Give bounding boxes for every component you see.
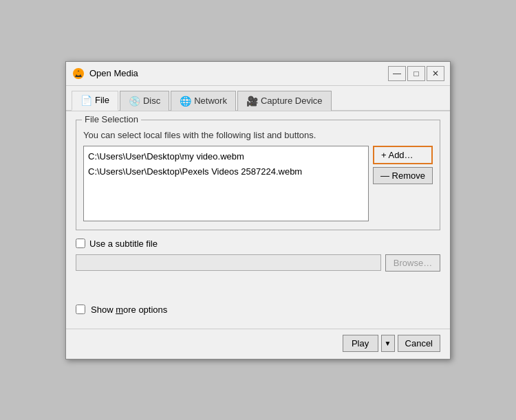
file-tab-icon: 📄	[80, 95, 92, 106]
window-controls: — □ ✕	[388, 66, 444, 81]
svg-point-2	[76, 71, 80, 76]
subtitle-input-row: Browse…	[76, 254, 440, 272]
tab-capture[interactable]: 🎥 Capture Device	[237, 91, 332, 111]
file-buttons: + Add… — Remove	[373, 146, 433, 184]
file-list[interactable]: C:\Users\User\Desktop\my video.webm C:\U…	[83, 146, 369, 221]
play-dropdown-button[interactable]: ▼	[381, 335, 395, 352]
tab-network-label: Network	[194, 96, 227, 106]
subtitle-label-text: Use a subtitle file	[89, 239, 158, 249]
browse-button[interactable]: Browse…	[385, 254, 440, 272]
cancel-button[interactable]: Cancel	[398, 335, 440, 352]
app-icon	[72, 67, 85, 80]
file-list-item[interactable]: C:\Users\User\Desktop\my video.webm	[87, 149, 365, 165]
title-bar: Open Media — □ ✕	[66, 62, 450, 86]
subtitle-checkbox[interactable]	[76, 239, 85, 248]
subtitle-row: Use a subtitle file	[76, 239, 440, 249]
spacer	[76, 272, 440, 299]
tab-bar: 📄 File 💿 Disc 🌐 Network 🎥 Capture Device	[66, 86, 450, 111]
file-area: C:\Users\User\Desktop\my video.webm C:\U…	[83, 146, 433, 221]
tab-disc[interactable]: 💿 Disc	[120, 91, 169, 111]
subtitle-checkbox-label[interactable]: Use a subtitle file	[76, 239, 158, 249]
tab-content: File Selection You can select local file…	[66, 111, 450, 329]
open-media-dialog: Open Media — □ ✕ 📄 File 💿 Disc 🌐 Network…	[65, 61, 451, 360]
window-title: Open Media	[89, 68, 388, 78]
tab-network[interactable]: 🌐 Network	[171, 91, 236, 111]
file-list-item[interactable]: C:\Users\User\Desktop\Pexels Videos 2587…	[87, 164, 365, 180]
show-more-text: Show	[91, 305, 116, 315]
tab-disc-label: Disc	[143, 96, 160, 106]
show-more-suffix: ore options	[123, 305, 167, 315]
capture-tab-icon: 🎥	[246, 96, 258, 107]
chevron-down-icon: ▼	[385, 340, 391, 347]
file-selection-group: File Selection You can select local file…	[76, 120, 440, 230]
disc-tab-icon: 💿	[129, 96, 140, 107]
play-button[interactable]: Play	[343, 335, 378, 352]
tab-file-label: File	[95, 95, 109, 105]
close-button[interactable]: ✕	[427, 66, 444, 81]
network-tab-icon: 🌐	[180, 96, 191, 107]
help-text: You can select local files with the foll…	[83, 130, 433, 140]
show-more-row: Show more options	[76, 305, 440, 315]
show-more-underline: m	[116, 305, 123, 315]
show-more-checkbox[interactable]	[76, 305, 85, 314]
maximize-button[interactable]: □	[407, 66, 425, 81]
tab-capture-label: Capture Device	[261, 96, 323, 106]
group-legend: File Selection	[82, 114, 141, 124]
subtitle-path-input[interactable]	[76, 254, 381, 271]
bottom-bar: Play ▼ Cancel	[66, 329, 450, 359]
add-button[interactable]: + Add…	[373, 146, 433, 164]
show-more-label[interactable]: Show more options	[91, 305, 167, 315]
minimize-button[interactable]: —	[388, 66, 406, 81]
remove-button[interactable]: — Remove	[373, 167, 433, 184]
group-content: You can select local files with the foll…	[83, 130, 433, 221]
tab-file[interactable]: 📄 File	[72, 91, 118, 111]
